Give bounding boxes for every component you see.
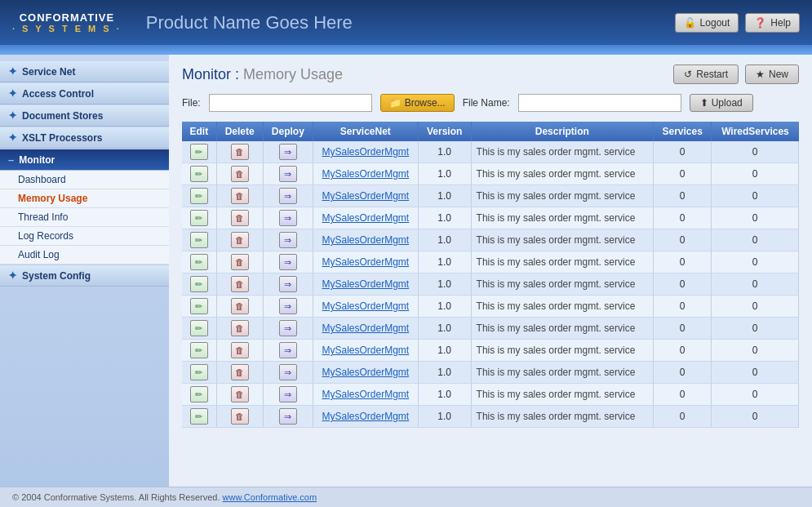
delete-button[interactable]: 🗑 — [231, 166, 249, 182]
sidebar-subitem-dashboard[interactable]: Dashboard — [0, 171, 169, 189]
servicenet-cell[interactable]: MySalesOrderMgmt — [313, 406, 418, 428]
sidebar-item-system-config[interactable]: ✦ System Config — [0, 265, 169, 287]
edit-button[interactable]: ✏ — [190, 320, 208, 336]
deploy-cell: ⇒ — [263, 318, 313, 340]
edit-button[interactable]: ✏ — [190, 408, 208, 425]
deploy-button[interactable]: ⇒ — [279, 210, 297, 226]
upload-button[interactable]: ⬆ Upload — [690, 94, 753, 112]
edit-button[interactable]: ✏ — [190, 386, 208, 402]
edit-cell: ✏ — [182, 384, 216, 406]
servicenet-cell[interactable]: MySalesOrderMgmt — [313, 185, 418, 207]
edit-button[interactable]: ✏ — [190, 188, 208, 204]
deploy-button[interactable]: ⇒ — [279, 166, 297, 182]
table-row: ✏ 🗑 ⇒ MySalesOrderMgmt 1.0 This is my sa… — [182, 318, 799, 340]
edit-button[interactable]: ✏ — [190, 254, 208, 270]
sidebar-item-service-net[interactable]: ✦ Service Net — [0, 61, 169, 82]
sidebar-item-monitor[interactable]: – Monitor — [0, 149, 169, 171]
logout-button[interactable]: 🔓 Logout — [675, 13, 739, 33]
deploy-button[interactable]: ⇒ — [279, 188, 297, 204]
description-cell: This is my sales order mgmt. service — [471, 318, 653, 340]
version-cell: 1.0 — [418, 340, 471, 362]
edit-button[interactable]: ✏ — [190, 210, 208, 226]
deploy-cell: ⇒ — [263, 362, 313, 384]
sidebar-item-label: Monitor — [19, 154, 55, 166]
edit-cell: ✏ — [182, 251, 216, 274]
browse-button[interactable]: 📁 Browse... — [380, 94, 455, 112]
delete-button[interactable]: 🗑 — [231, 210, 249, 226]
deploy-button[interactable]: ⇒ — [279, 276, 297, 292]
logout-icon: 🔓 — [684, 17, 696, 29]
servicenet-cell[interactable]: MySalesOrderMgmt — [313, 384, 418, 406]
deploy-button[interactable]: ⇒ — [279, 408, 297, 425]
sidebar-item-document-stores[interactable]: ✦ Document Stores — [0, 105, 169, 127]
sidebar-subitem-audit-log[interactable]: Audit Log — [0, 246, 169, 265]
delete-button[interactable]: 🗑 — [231, 320, 249, 336]
delete-button[interactable]: 🗑 — [231, 144, 249, 160]
delete-button[interactable]: 🗑 — [231, 364, 249, 380]
sidebar-item-access-control[interactable]: ✦ Access Control — [0, 83, 169, 105]
servicenet-cell[interactable]: MySalesOrderMgmt — [313, 318, 418, 340]
footer-link[interactable]: www.Conformative.com — [223, 492, 317, 502]
servicenet-cell[interactable]: MySalesOrderMgmt — [313, 163, 418, 185]
deploy-button[interactable]: ⇒ — [279, 320, 297, 336]
deploy-button[interactable]: ⇒ — [279, 254, 297, 270]
sidebar-subitem-memory-usage[interactable]: Memory Usage — [0, 189, 169, 208]
edit-cell: ✏ — [182, 229, 216, 251]
delete-button[interactable]: 🗑 — [231, 232, 249, 248]
delete-button[interactable]: 🗑 — [231, 386, 249, 402]
table-row: ✏ 🗑 ⇒ MySalesOrderMgmt 1.0 This is my sa… — [182, 362, 799, 384]
description-cell: This is my sales order mgmt. service — [471, 384, 653, 406]
sidebar-item-xslt-processors[interactable]: ✦ XSLT Processors — [0, 127, 169, 149]
delete-button[interactable]: 🗑 — [231, 408, 249, 425]
servicenet-cell[interactable]: MySalesOrderMgmt — [313, 296, 418, 318]
deploy-button[interactable]: ⇒ — [279, 232, 297, 248]
file-input[interactable] — [209, 94, 372, 112]
deploy-cell: ⇒ — [263, 296, 313, 318]
help-button[interactable]: ❓ Help — [745, 13, 800, 33]
deploy-button[interactable]: ⇒ — [279, 298, 297, 314]
table-row: ✏ 🗑 ⇒ MySalesOrderMgmt 1.0 This is my sa… — [182, 185, 799, 207]
deploy-button[interactable]: ⇒ — [279, 364, 297, 380]
edit-button[interactable]: ✏ — [190, 144, 208, 160]
edit-button[interactable]: ✏ — [190, 342, 208, 358]
table-row: ✏ 🗑 ⇒ MySalesOrderMgmt 1.0 This is my sa… — [182, 163, 799, 185]
delete-button[interactable]: 🗑 — [231, 276, 249, 292]
servicenet-cell[interactable]: MySalesOrderMgmt — [313, 207, 418, 229]
delete-button[interactable]: 🗑 — [231, 342, 249, 358]
table-row: ✏ 🗑 ⇒ MySalesOrderMgmt 1.0 This is my sa… — [182, 340, 799, 362]
deploy-button[interactable]: ⇒ — [279, 386, 297, 402]
deploy-button[interactable]: ⇒ — [279, 144, 297, 160]
sidebar-subitem-thread-info[interactable]: Thread Info — [0, 208, 169, 227]
servicenet-cell[interactable]: MySalesOrderMgmt — [313, 340, 418, 362]
delete-cell: 🗑 — [216, 362, 263, 384]
delete-button[interactable]: 🗑 — [231, 254, 249, 270]
plus-icon: ✦ — [8, 131, 17, 144]
col-edit: Edit — [182, 122, 216, 141]
browse-label: Browse... — [405, 97, 446, 109]
new-button[interactable]: ★ New — [745, 64, 799, 84]
deploy-button[interactable]: ⇒ — [279, 342, 297, 358]
layout: ✦ Service Net ✦ Access Control ✦ Documen… — [0, 55, 812, 487]
edit-button[interactable]: ✏ — [190, 364, 208, 380]
restart-icon: ↺ — [684, 69, 692, 80]
servicenet-cell[interactable]: MySalesOrderMgmt — [313, 229, 418, 251]
services-cell: 0 — [653, 251, 711, 274]
edit-button[interactable]: ✏ — [190, 232, 208, 248]
filename-input[interactable] — [518, 94, 681, 112]
sidebar-section-xslt-processors: ✦ XSLT Processors — [0, 127, 169, 149]
edit-button[interactable]: ✏ — [190, 276, 208, 292]
sidebar-subitem-log-records[interactable]: Log Records — [0, 227, 169, 246]
version-cell: 1.0 — [418, 362, 471, 384]
restart-button[interactable]: ↺ Restart — [673, 64, 739, 84]
servicenet-cell[interactable]: MySalesOrderMgmt — [313, 141, 418, 163]
delete-button[interactable]: 🗑 — [231, 298, 249, 314]
main-topbar: Monitor : Memory Usage ↺ Restart ★ New — [182, 64, 799, 84]
services-cell: 0 — [653, 384, 711, 406]
servicenet-cell[interactable]: MySalesOrderMgmt — [313, 251, 418, 274]
delete-button[interactable]: 🗑 — [231, 188, 249, 204]
servicenet-cell[interactable]: MySalesOrderMgmt — [313, 362, 418, 384]
edit-button[interactable]: ✏ — [190, 298, 208, 314]
edit-button[interactable]: ✏ — [190, 166, 208, 182]
plus-icon: ✦ — [8, 269, 17, 282]
servicenet-cell[interactable]: MySalesOrderMgmt — [313, 274, 418, 296]
